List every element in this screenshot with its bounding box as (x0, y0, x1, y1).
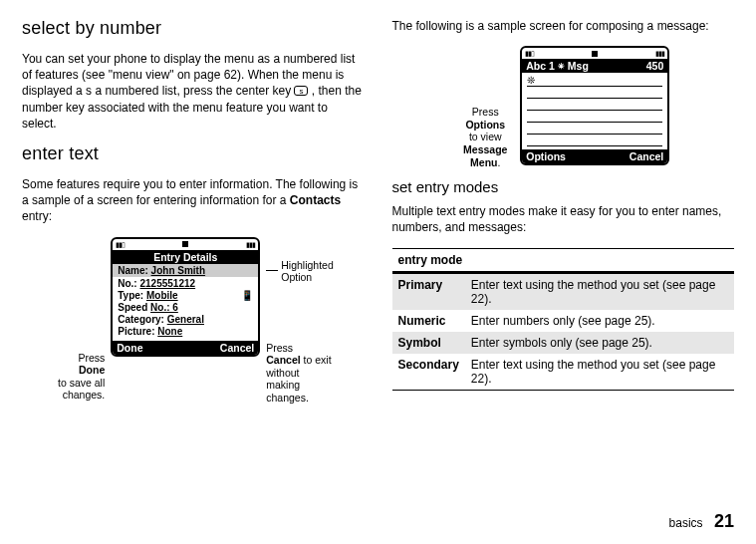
text-line (527, 135, 662, 146)
text: to view (469, 131, 502, 142)
label: Category: (118, 314, 164, 325)
label: Picture: (118, 326, 154, 337)
value: John Smith (151, 265, 205, 276)
contacts-bold: Contacts (290, 193, 341, 207)
para-entry-modes: Multiple text entry modes make it easy f… (392, 203, 735, 235)
battery-icon (655, 49, 664, 58)
text: Press (78, 352, 105, 364)
options-bold: Options (465, 119, 505, 131)
table-row: Numeric Enter numbers only (see page 25)… (392, 310, 735, 332)
table-row: Symbol Enter symbols only (see page 25). (392, 332, 735, 354)
softkey-done[interactable]: Done (117, 342, 142, 354)
entry-details-diagram: Press Done to save all changes. Entry De… (22, 237, 365, 405)
mode-name: Primary (392, 272, 465, 310)
label: No.: (118, 278, 136, 289)
phone-status-bar (113, 239, 258, 250)
heading-select-by-number: select by number (22, 18, 365, 39)
para-select-by-number: You can set your phone to display the me… (22, 51, 365, 132)
text-line: ❊ (527, 75, 662, 87)
cancel-bold: Cancel (266, 354, 300, 366)
mode-desc: Enter symbols only (see page 25). (465, 332, 734, 354)
softkey-bar: Done Cancel (113, 341, 258, 355)
mobile-icon: 📱 (241, 290, 253, 301)
text-line (527, 111, 662, 123)
leader-line (266, 264, 278, 271)
table-header: entry mode (392, 248, 735, 272)
char-count: 450 (646, 60, 664, 72)
status-square-icon (182, 241, 188, 247)
field-no: No.: 2125551212 (118, 278, 253, 289)
value: 2125551212 (139, 278, 195, 289)
phone-title: Entry Details (113, 250, 258, 264)
page-number: 21 (714, 511, 734, 531)
signal-icon (116, 240, 125, 249)
heading-set-entry-modes: set entry modes (392, 178, 735, 195)
field-speed: Speed No.: 6 (118, 302, 253, 313)
phone-entry-details: Entry Details Name: John Smith No.: 2125… (111, 237, 260, 357)
mode-name: Numeric (392, 310, 465, 332)
callout-highlighted-option: Highlighted Option (281, 259, 351, 284)
mode-desc: Enter text using the method you set (see… (465, 272, 734, 310)
mode-name: Symbol (392, 332, 465, 354)
callout-options: Press Options to view Message Menu. (456, 106, 514, 168)
value: Mobile (146, 290, 178, 301)
entry-mode-table: entry mode Primary Enter text using the … (392, 248, 735, 391)
status-square-icon (592, 51, 598, 57)
label: Speed (118, 302, 147, 313)
text-line (527, 87, 662, 99)
mode-desc: Enter numbers only (see page 25). (465, 310, 734, 332)
softkey-options[interactable]: Options (526, 150, 566, 162)
softkey-cancel[interactable]: Cancel (630, 150, 663, 162)
value: General (167, 314, 204, 325)
text: to save all changes. (58, 377, 105, 402)
label: Type: (118, 290, 143, 301)
text: . (498, 156, 501, 168)
phone-title-bar: Abc 1 ✳ Msg 450 (522, 59, 667, 73)
field-name-highlighted: Name: John Smith (113, 264, 258, 277)
callout-cancel: Press Cancel to exit without making chan… (266, 342, 336, 405)
heading-enter-text: enter text (22, 143, 365, 164)
table-row: Primary Enter text using the method you … (392, 272, 735, 310)
mode-desc: Enter text using the method you set (see… (465, 354, 734, 391)
label: Name: (118, 265, 148, 276)
msg-label: Msg (568, 60, 589, 72)
phone-body: Name: John Smith No.: 2125551212 Type: M… (113, 264, 258, 341)
section-name: basics (669, 516, 703, 530)
text-line (527, 99, 662, 111)
done-bold: Done (79, 364, 105, 376)
phone-compose-message: Abc 1 ✳ Msg 450 ❊ Options Cancel (520, 46, 669, 165)
phone-status-bar (522, 48, 667, 59)
text: Press (472, 106, 499, 118)
signal-icon (525, 49, 534, 58)
phone-message-body[interactable]: ❊ (522, 73, 667, 149)
battery-icon (246, 240, 255, 249)
title-icon: ✳ (558, 62, 565, 71)
field-category: Category: General (118, 314, 253, 325)
value: No.: 6 (150, 302, 178, 313)
callout-done: Press Done to save all changes. (35, 352, 105, 402)
abc-mode: Abc 1 (526, 60, 555, 72)
mode-name: Secondary (392, 354, 465, 391)
value: None (157, 326, 182, 337)
message-menu-bold: Message Menu (463, 143, 507, 168)
text: entry: (22, 209, 52, 223)
page-footer: basics 21 (669, 511, 734, 532)
text: Press (266, 342, 293, 354)
field-picture: Picture: None (118, 326, 253, 337)
para-compose-intro: The following is a sample screen for com… (392, 18, 735, 34)
para-enter-text-intro: Some features require you to enter infor… (22, 176, 365, 225)
cursor-icon: ❊ (527, 75, 535, 86)
center-key-icon: s (294, 86, 308, 96)
table-row: Secondary Enter text using the method yo… (392, 354, 735, 391)
softkey-cancel[interactable]: Cancel (220, 342, 254, 354)
softkey-bar: Options Cancel (522, 149, 667, 163)
field-type: Type: Mobile 📱 (118, 290, 253, 301)
text-line (527, 123, 662, 135)
compose-diagram: Press Options to view Message Menu. Abc … (392, 46, 735, 168)
